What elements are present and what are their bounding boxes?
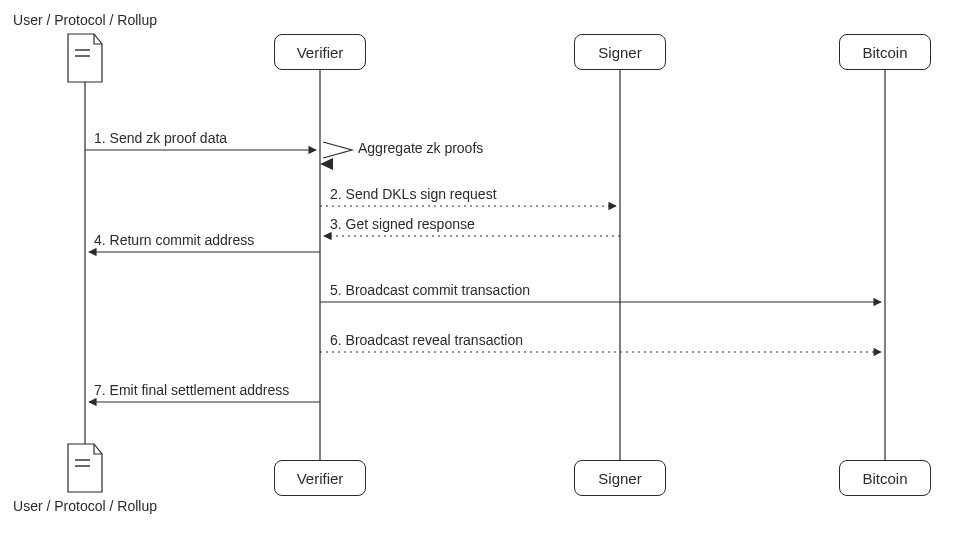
message-4-label: 4. Return commit address <box>94 232 254 248</box>
participant-verifier-label-bottom: Verifier <box>297 470 344 487</box>
message-6-label: 6. Broadcast reveal transaction <box>330 332 523 348</box>
message-1-label: 1. Send zk proof data <box>94 130 227 146</box>
participant-signer-box-top: Signer <box>574 34 666 70</box>
participant-signer-box-bottom: Signer <box>574 460 666 496</box>
participant-verifier-box-top: Verifier <box>274 34 366 70</box>
participant-user-label-bottom: User / Protocol / Rollup <box>13 498 157 514</box>
self-message-label: Aggregate zk proofs <box>358 140 483 156</box>
participant-verifier-box-bottom: Verifier <box>274 460 366 496</box>
participant-bitcoin-label-bottom: Bitcoin <box>862 470 907 487</box>
participant-bitcoin-box-bottom: Bitcoin <box>839 460 931 496</box>
participant-user-label-top: User / Protocol / Rollup <box>13 12 157 28</box>
user-document-icon-top <box>68 34 102 82</box>
self-message-caret <box>320 142 352 170</box>
message-5-label: 5. Broadcast commit transaction <box>330 282 530 298</box>
user-document-icon-bottom <box>68 444 102 492</box>
message-3-label: 3. Get signed response <box>330 216 475 232</box>
message-2-label: 2. Send DKLs sign request <box>330 186 497 202</box>
message-7-label: 7. Emit final settlement address <box>94 382 289 398</box>
sequence-diagram <box>0 0 965 533</box>
participant-signer-label-top: Signer <box>598 44 641 61</box>
participant-bitcoin-box-top: Bitcoin <box>839 34 931 70</box>
participant-signer-label-bottom: Signer <box>598 470 641 487</box>
participant-verifier-label-top: Verifier <box>297 44 344 61</box>
participant-bitcoin-label-top: Bitcoin <box>862 44 907 61</box>
